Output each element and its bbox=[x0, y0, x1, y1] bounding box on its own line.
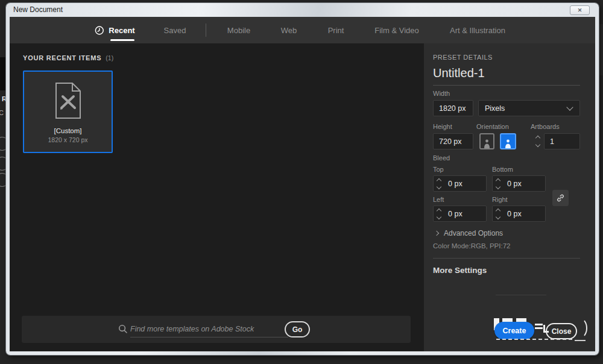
render-glitch-artifact bbox=[535, 324, 543, 325]
artboards-field bbox=[544, 133, 580, 149]
divider bbox=[433, 258, 580, 259]
advanced-options-toggle[interactable]: Advanced Options bbox=[435, 229, 503, 237]
width-input[interactable] bbox=[434, 101, 473, 116]
bleed-right-field[interactable]: 0 px bbox=[492, 206, 546, 222]
height-label: Height bbox=[433, 123, 452, 130]
stepper-up-icon bbox=[496, 208, 500, 213]
orientation-portrait-icon[interactable] bbox=[479, 133, 494, 149]
divider bbox=[433, 85, 580, 86]
link-icon bbox=[556, 193, 565, 202]
recent-item-name: [Custom] bbox=[54, 127, 81, 134]
artboards-stepper[interactable] bbox=[534, 133, 541, 149]
tab-label: Print bbox=[328, 26, 344, 35]
stepper-up-icon bbox=[437, 208, 441, 213]
width-label: Width bbox=[433, 90, 450, 97]
backdrop-right-strip bbox=[599, 24, 603, 75]
person-glyph bbox=[484, 139, 490, 148]
recent-items-title: YOUR RECENT ITEMS bbox=[23, 54, 101, 61]
create-button[interactable]: Create bbox=[494, 322, 534, 339]
preset-category-tabs: Recent Saved Mobile Web Print Film & Vid… bbox=[10, 17, 595, 43]
tab-print[interactable]: Print bbox=[328, 17, 344, 43]
bleed-bottom-label: Bottom bbox=[492, 166, 513, 173]
tab-art-illustration[interactable]: Art & Illustration bbox=[450, 17, 505, 43]
stepper-up-icon bbox=[437, 178, 441, 183]
bleed-left-field[interactable]: 0 px bbox=[433, 206, 487, 222]
stepper[interactable] bbox=[493, 209, 502, 219]
orientation-landscape-icon[interactable] bbox=[500, 133, 516, 149]
stepper-down-icon bbox=[437, 214, 441, 219]
tab-label: Mobile bbox=[227, 26, 250, 35]
stepper-up-icon bbox=[535, 136, 540, 140]
bleed-top-value: 0 px bbox=[443, 180, 463, 188]
color-mode-summary: Color Mode:RGB, PPI:72 bbox=[433, 242, 510, 249]
orientation-label: Orientation bbox=[476, 123, 509, 130]
stepper-down-icon bbox=[535, 142, 540, 147]
tab-label: Art & Illustration bbox=[450, 26, 505, 35]
go-button[interactable]: Go bbox=[285, 321, 310, 337]
recent-items-pane: YOUR RECENT ITEMS(1) [Custom] 1820 x 720… bbox=[10, 43, 424, 351]
bleed-left-value: 0 px bbox=[443, 210, 463, 218]
dialog-body: Recent Saved Mobile Web Print Film & Vid… bbox=[10, 17, 595, 351]
active-tab-underline bbox=[110, 39, 134, 41]
backdrop-partial-text: C bbox=[0, 109, 4, 116]
chevron-down-icon bbox=[566, 104, 573, 110]
preset-details-panel: PRESET DETAILS Untitled-1 Width Pixels H… bbox=[424, 43, 595, 351]
chevron-right-icon bbox=[434, 231, 439, 236]
height-input[interactable] bbox=[434, 134, 473, 149]
tab-saved[interactable]: Saved bbox=[164, 17, 186, 43]
tab-label: Film & Video bbox=[374, 26, 418, 35]
window-close-button[interactable]: ✕ bbox=[570, 5, 590, 15]
recent-items-count: (1) bbox=[106, 54, 113, 61]
bleed-top-field[interactable]: 0 px bbox=[433, 175, 487, 192]
clock-icon bbox=[94, 25, 104, 36]
render-glitch-artifact bbox=[535, 327, 543, 329]
render-glitch-artifact bbox=[496, 339, 572, 340]
stepper[interactable] bbox=[434, 209, 443, 219]
new-document-dialog: New Document ✕ Recent Saved Mobile Web P… bbox=[6, 3, 599, 355]
preset-details-heading: PRESET DETAILS bbox=[433, 54, 493, 61]
stock-search-input[interactable] bbox=[130, 321, 288, 337]
recent-item-dimensions: 1820 x 720 px bbox=[48, 136, 88, 143]
tab-label: Recent bbox=[109, 26, 134, 35]
more-settings-link[interactable]: More Settings bbox=[433, 266, 487, 275]
bleed-top-label: Top bbox=[433, 166, 444, 173]
stepper-up-icon bbox=[496, 178, 500, 183]
tab-label: Web bbox=[281, 26, 297, 35]
screen: R C New Document ✕ Recent Saved bbox=[0, 0, 603, 364]
units-value: Pixels bbox=[479, 104, 567, 113]
tab-web[interactable]: Web bbox=[281, 17, 297, 43]
bleed-right-value: 0 px bbox=[502, 210, 522, 218]
tab-label: Saved bbox=[164, 26, 186, 35]
faint-divider bbox=[496, 295, 546, 295]
artboards-input[interactable] bbox=[545, 134, 579, 149]
tab-mobile[interactable]: Mobile bbox=[227, 17, 250, 43]
bleed-left-label: Left bbox=[433, 196, 444, 203]
render-glitch-artifact bbox=[575, 340, 586, 341]
units-dropdown[interactable]: Pixels bbox=[478, 100, 580, 116]
recent-item-custom[interactable]: [Custom] 1820 x 720 px bbox=[23, 71, 113, 153]
width-field bbox=[433, 100, 473, 116]
stepper-down-icon bbox=[496, 214, 500, 219]
height-field bbox=[433, 133, 473, 149]
bleed-right-label: Right bbox=[492, 196, 508, 203]
stepper[interactable] bbox=[493, 179, 502, 189]
document-name[interactable]: Untitled-1 bbox=[433, 66, 485, 80]
search-icon bbox=[118, 324, 128, 334]
stepper-down-icon bbox=[496, 184, 500, 189]
bleed-bottom-field[interactable]: 0 px bbox=[492, 175, 546, 192]
bleed-bottom-value: 0 px bbox=[502, 180, 522, 188]
artboards-label: Artboards bbox=[531, 123, 560, 130]
person-glyph bbox=[505, 139, 511, 148]
close-icon: ✕ bbox=[578, 7, 582, 13]
recent-items-heading: YOUR RECENT ITEMS(1) bbox=[23, 54, 113, 61]
tab-film-video[interactable]: Film & Video bbox=[374, 17, 418, 43]
document-template-icon bbox=[52, 81, 84, 120]
bleed-link-button[interactable] bbox=[552, 190, 569, 206]
bleed-label: Bleed bbox=[433, 154, 450, 162]
stepper[interactable] bbox=[434, 179, 443, 189]
advanced-options-label: Advanced Options bbox=[444, 229, 503, 237]
adobe-stock-search-bar: Go bbox=[22, 316, 411, 343]
window-title: New Document bbox=[13, 5, 63, 14]
render-glitch-artifact bbox=[572, 318, 587, 339]
tab-separator bbox=[206, 24, 206, 37]
